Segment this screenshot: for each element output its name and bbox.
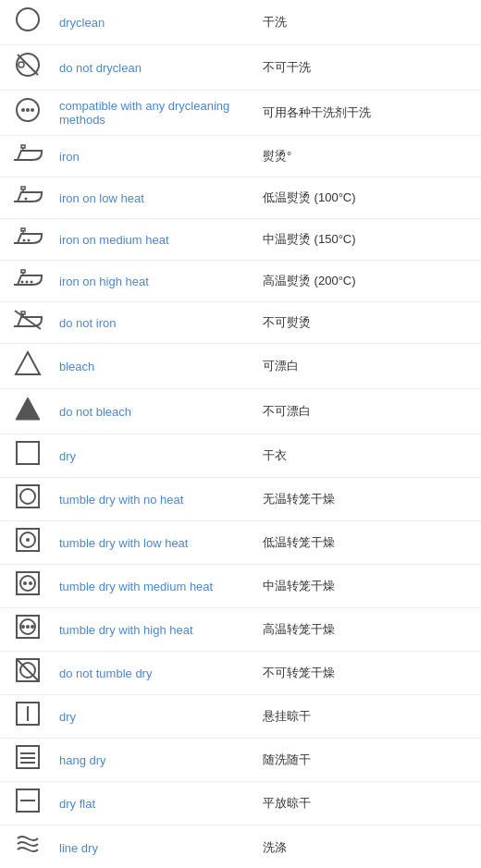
chinese-cell-tumble-high: 高温转笼干燥 — [259, 608, 481, 652]
chinese-cell-no-tumble: 不可转笼干燥 — [259, 652, 481, 695]
label-cell-dryclean: dryclean — [56, 0, 259, 45]
chinese-cell-dry: 干衣 — [259, 434, 481, 478]
svg-rect-9 — [21, 145, 25, 148]
svg-point-32 — [26, 538, 30, 542]
svg-point-35 — [23, 581, 27, 585]
svg-point-39 — [21, 625, 25, 629]
symbol-icon-dry-flat — [0, 782, 56, 825]
label-cell-iron-medium: iron on medium heat — [56, 219, 259, 261]
svg-point-6 — [26, 108, 30, 112]
table-row: do not tumble dry 不可转笼干燥 — [0, 652, 481, 695]
label-cell-any-dryclean: compatible with any drycleaning methods — [56, 91, 259, 136]
svg-point-21 — [31, 281, 33, 284]
chinese-cell-no-dryclean: 不可干洗 — [259, 45, 481, 91]
table-row: tumble dry with low heat 低温转笼干燥 — [0, 521, 481, 565]
label-cell-dry2: dry — [56, 695, 259, 739]
label-cell-line-dry: line dry — [56, 825, 259, 869]
label-cell-no-dryclean: do not dryclean — [56, 45, 259, 91]
label-cell-no-tumble: do not tumble dry — [56, 652, 259, 695]
label-cell-dry: dry — [56, 434, 259, 478]
table-row: tumble dry with medium heat 中温转笼干燥 — [0, 565, 481, 608]
symbol-icon-no-bleach — [0, 389, 56, 434]
symbol-icon-iron-medium — [0, 219, 56, 261]
table-row: bleach 可漂白 — [0, 344, 481, 389]
table-row: dryclean 干洗 — [0, 0, 481, 45]
table-row: do not bleach 不可漂白 — [0, 389, 481, 434]
table-row: iron on medium heat 中温熨烫 (150°C) — [0, 219, 481, 261]
chinese-cell-tumble-no-heat: 无温转笼干燥 — [259, 478, 481, 521]
table-row: tumble dry with no heat 无温转笼干燥 — [0, 478, 481, 521]
label-cell-tumble-high: tumble dry with high heat — [56, 608, 259, 652]
svg-marker-26 — [16, 397, 40, 420]
chinese-cell-iron-high: 高温熨烫 (200°C) — [259, 261, 481, 302]
table-row: iron on low heat 低温熨烫 (100°C) — [0, 177, 481, 219]
label-cell-no-iron: do not iron — [56, 302, 259, 344]
laundry-symbols-table: dryclean 干洗 do not dryclean 不可干洗 compati… — [0, 0, 481, 868]
symbol-icon-dry — [0, 434, 56, 478]
symbol-icon-tumble-low — [0, 521, 56, 565]
label-cell-tumble-no-heat: tumble dry with no heat — [56, 478, 259, 521]
symbol-icon-iron — [0, 136, 56, 177]
svg-point-3 — [18, 62, 24, 67]
svg-point-0 — [17, 8, 39, 31]
svg-point-20 — [26, 281, 29, 284]
svg-point-7 — [31, 108, 34, 112]
chinese-cell-line-dry: 洗涤 — [259, 825, 481, 869]
svg-marker-25 — [16, 352, 40, 374]
svg-point-5 — [21, 108, 25, 112]
table-row: do not iron 不可熨烫 — [0, 302, 481, 344]
chinese-cell-hang-dry: 随洗随干 — [259, 739, 481, 782]
symbol-icon-iron-high — [0, 261, 56, 302]
svg-rect-18 — [21, 270, 25, 273]
symbol-icon-no-tumble — [0, 652, 56, 695]
svg-point-19 — [21, 281, 24, 284]
svg-rect-14 — [21, 228, 25, 231]
symbol-icon-bleach — [0, 344, 56, 389]
label-cell-bleach: bleach — [56, 344, 259, 389]
label-cell-no-bleach: do not bleach — [56, 389, 259, 434]
symbol-icon-dryclean — [0, 0, 56, 45]
chinese-cell-dry-flat: 平放晾干 — [259, 782, 481, 825]
svg-point-29 — [20, 489, 35, 504]
table-row: dry flat 平放晾干 — [0, 782, 481, 825]
svg-point-40 — [26, 625, 30, 629]
chinese-cell-no-bleach: 不可漂白 — [259, 389, 481, 434]
label-cell-iron-high: iron on high heat — [56, 261, 259, 302]
chinese-cell-iron-low: 低温熨烫 (100°C) — [259, 177, 481, 219]
label-cell-hang-dry: hang dry — [56, 739, 259, 782]
label-cell-iron: iron — [56, 136, 259, 177]
table-row: hang dry 随洗随干 — [0, 739, 481, 782]
symbol-icon-iron-low — [0, 177, 56, 219]
table-row: line dry 洗涤 — [0, 825, 481, 869]
symbol-icon-tumble-no-heat — [0, 478, 56, 521]
table-row: iron on high heat 高温熨烫 (200°C) — [0, 261, 481, 302]
chinese-cell-tumble-low: 低温转笼干燥 — [259, 521, 481, 565]
chinese-cell-iron-medium: 中温熨烫 (150°C) — [259, 219, 481, 261]
svg-point-16 — [28, 239, 31, 242]
svg-point-41 — [31, 625, 34, 629]
chinese-cell-dry2: 悬挂晾干 — [259, 695, 481, 739]
chinese-cell-iron: 熨烫° — [259, 136, 481, 177]
chinese-cell-bleach: 可漂白 — [259, 344, 481, 389]
table-row: tumble dry with high heat 高温转笼干燥 — [0, 608, 481, 652]
svg-rect-27 — [17, 442, 39, 464]
table-row: do not dryclean 不可干洗 — [0, 45, 481, 91]
svg-point-15 — [23, 239, 26, 242]
symbol-icon-tumble-high — [0, 608, 56, 652]
table-row: iron 熨烫° — [0, 136, 481, 177]
label-cell-iron-low: iron on low heat — [56, 177, 259, 219]
chinese-cell-any-dryclean: 可用各种干洗剂干洗 — [259, 91, 481, 136]
symbol-icon-line-dry — [0, 825, 56, 869]
symbol-icon-no-iron — [0, 302, 56, 344]
symbol-icon-hang-dry — [0, 739, 56, 782]
svg-line-2 — [18, 55, 38, 75]
chinese-cell-no-iron: 不可熨烫 — [259, 302, 481, 344]
label-cell-dry-flat: dry flat — [56, 782, 259, 825]
label-cell-tumble-low: tumble dry with low heat — [56, 521, 259, 565]
symbol-icon-dry2 — [0, 695, 56, 739]
table-row: dry 干衣 — [0, 434, 481, 478]
chinese-cell-tumble-medium: 中温转笼干燥 — [259, 565, 481, 608]
label-cell-tumble-medium: tumble dry with medium heat — [56, 565, 259, 608]
svg-point-12 — [25, 198, 28, 201]
svg-rect-11 — [21, 187, 25, 189]
